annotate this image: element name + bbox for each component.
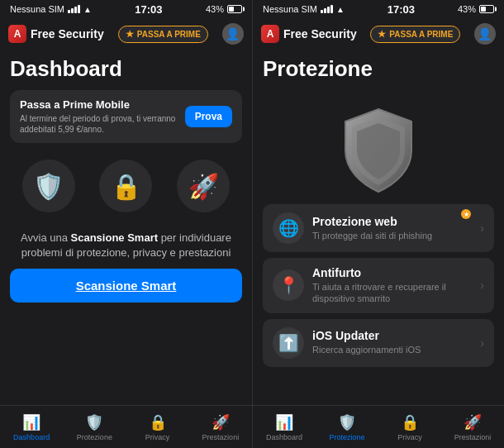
time-right: 17:03	[388, 3, 415, 16]
icon-lock[interactable]: 🔒	[99, 160, 152, 212]
brand-name-left: Free Security	[31, 27, 104, 41]
status-right-left: 43%	[206, 4, 242, 14]
scan-section: Avvia una Scansione Smart per individuar…	[10, 231, 242, 303]
chevron-ios-updater: ›	[480, 336, 484, 350]
avatar-right[interactable]: 👤	[474, 23, 496, 45]
brand-right: A Free Security	[261, 25, 357, 43]
tab-protezione-label-right: Protezione	[329, 433, 364, 441]
shield-graphic	[333, 105, 424, 196]
battery-icon-left	[227, 5, 242, 13]
top-nav-right: A Free Security ★ PASSA A PRIME 👤	[253, 18, 504, 50]
tab-bar-right: 📊 Dashboard 🛡️ Protezione 🔒 Privacy 🚀 Pr…	[253, 405, 504, 448]
tab-bar-left: 📊 Dashboard 🛡️ Protezione 🔒 Privacy 🚀 Pr…	[0, 405, 252, 448]
antifurto-title: Antifurto	[312, 266, 472, 279]
tab-protezione-label-left: Protezione	[77, 433, 112, 441]
prime-button-right[interactable]: ★ PASSA A PRIME	[370, 26, 460, 43]
star-icon-left: ★	[126, 29, 134, 40]
scan-desc-bold: Scansione Smart	[71, 231, 159, 244]
signal-icon-left	[68, 5, 80, 13]
feature-ios-updater[interactable]: ⬆️ iOS Updater Ricerca aggiornamenti iOS…	[263, 319, 494, 367]
status-bar-right: Nessuna SIM ▲ 17:03 43%	[253, 0, 504, 18]
brand-name-right: Free Security	[283, 27, 357, 41]
dashboard-content: Dashboard Passa a Prime Mobile Al termin…	[0, 50, 252, 405]
star-icon-right: ★	[378, 29, 386, 40]
protezione-content: Protezione 🌐 Protezione	[253, 50, 504, 405]
tab-protezione-left[interactable]: 🛡️ Protezione	[63, 406, 126, 448]
feature-antifurto[interactable]: 📍 Antifurto Ti aiuta a ritrovare e recup…	[263, 258, 494, 313]
time-left: 17:03	[135, 3, 162, 16]
tab-prestazioni-right[interactable]: 🚀 Prestazioni	[441, 406, 504, 448]
prova-button[interactable]: Prova	[185, 106, 232, 127]
tab-prestazioni-icon-right: 🚀	[464, 413, 482, 431]
avatar-left[interactable]: 👤	[222, 23, 244, 45]
wifi-icon-right: ▲	[336, 5, 345, 14]
right-panel: Nessuna SIM ▲ 17:03 43% A Free Security …	[252, 0, 504, 448]
tab-dashboard-label-right: Dashboard	[266, 433, 302, 441]
brand-logo-right: A	[261, 25, 279, 43]
chevron-antifurto: ›	[480, 279, 484, 292]
tab-prestazioni-label-right: Prestazioni	[454, 433, 492, 441]
status-right-right: 43%	[458, 4, 494, 14]
protezione-web-title: Protezione web	[312, 215, 472, 228]
tab-privacy-left[interactable]: 🔒 Privacy	[126, 406, 189, 448]
battery-percent-right: 43%	[458, 4, 476, 14]
tab-prestazioni-left[interactable]: 🚀 Prestazioni	[189, 406, 252, 448]
badge-star-protezione: ★	[461, 209, 471, 219]
ios-updater-title: iOS Updater	[312, 329, 472, 342]
prime-button-left[interactable]: ★ PASSA A PRIME	[118, 26, 208, 43]
smart-scan-button[interactable]: Scansione Smart	[10, 269, 242, 303]
battery-percent-left: 43%	[206, 4, 224, 14]
ios-updater-subtitle: Ricerca aggiornamenti iOS	[312, 344, 472, 355]
tab-dashboard-left[interactable]: 📊 Dashboard	[0, 406, 63, 448]
brand-logo-left: A	[8, 25, 26, 43]
carrier-right: Nessuna SIM	[263, 4, 317, 14]
signal-icon-right	[321, 5, 333, 13]
status-left-right: Nessuna SIM ▲	[263, 4, 345, 14]
tab-privacy-label-right: Privacy	[397, 433, 422, 441]
ios-updater-icon: ⬆️	[273, 327, 304, 359]
antifurto-text: Antifurto Ti aiuta a ritrovare e recuper…	[312, 266, 472, 305]
tab-dashboard-label-left: Dashboard	[13, 433, 50, 441]
scan-desc-before: Avvia una	[21, 231, 70, 244]
icon-rocket[interactable]: 🚀	[177, 160, 230, 212]
prime-label-right: PASSA A PRIME	[389, 30, 453, 39]
tab-dashboard-icon-right: 📊	[275, 413, 293, 431]
promo-text: Passa a Prime Mobile Al termine del peri…	[20, 98, 177, 135]
shield-container	[263, 90, 494, 204]
chevron-protezione-web: ›	[480, 222, 484, 235]
tab-protezione-right[interactable]: 🛡️ Protezione	[316, 406, 378, 448]
tab-privacy-right[interactable]: 🔒 Privacy	[378, 406, 441, 448]
tab-prestazioni-label-left: Prestazioni	[202, 433, 240, 441]
antifurto-subtitle: Ti aiuta a ritrovare e recuperare il dis…	[312, 281, 472, 305]
top-nav-left: A Free Security ★ PASSA A PRIME 👤	[0, 18, 252, 50]
brand-left: A Free Security	[8, 25, 104, 43]
left-panel: Nessuna SIM ▲ 17:03 43% A Free Security …	[0, 0, 252, 448]
tab-dashboard-right[interactable]: 📊 Dashboard	[253, 406, 316, 448]
battery-icon-right	[479, 5, 494, 13]
tab-protezione-icon-right: 🛡️	[338, 413, 356, 431]
carrier-left: Nessuna SIM	[10, 4, 64, 14]
icon-shield[interactable]: 🛡️	[22, 160, 75, 212]
tab-protezione-icon-left: 🛡️	[85, 413, 103, 431]
tab-privacy-icon-right: 🔒	[401, 413, 419, 431]
promo-title: Passa a Prime Mobile	[20, 98, 177, 111]
ios-updater-text: iOS Updater Ricerca aggiornamenti iOS	[312, 329, 472, 355]
feature-icons-row: 🛡️ 🔒 🚀	[10, 153, 242, 219]
protezione-web-text: Protezione web Ti protegge dai siti di p…	[312, 215, 472, 241]
protezione-web-icon: 🌐	[273, 212, 304, 244]
status-bar-left: Nessuna SIM ▲ 17:03 43%	[0, 0, 252, 18]
tab-privacy-label-left: Privacy	[145, 433, 170, 441]
tab-privacy-icon-left: 🔒	[149, 413, 167, 431]
feature-list: 🌐 Protezione web Ti protegge dai siti di…	[263, 204, 494, 372]
feature-protezione-web[interactable]: 🌐 Protezione web Ti protegge dai siti di…	[263, 204, 494, 252]
page-title-left: Dashboard	[10, 56, 242, 82]
status-left: Nessuna SIM ▲	[10, 4, 92, 14]
antifurto-icon: 📍	[273, 269, 304, 301]
protezione-web-subtitle: Ti protegge dai siti di phishing	[312, 230, 472, 241]
prime-label-left: PASSA A PRIME	[137, 30, 201, 39]
promo-subtitle: Al termine del periodo di prova, ti verr…	[20, 113, 177, 135]
tab-prestazioni-icon-left: 🚀	[212, 413, 230, 431]
tab-dashboard-icon-left: 📊	[22, 413, 40, 431]
page-title-right: Protezione	[263, 56, 494, 82]
wifi-icon-left: ▲	[83, 5, 92, 14]
